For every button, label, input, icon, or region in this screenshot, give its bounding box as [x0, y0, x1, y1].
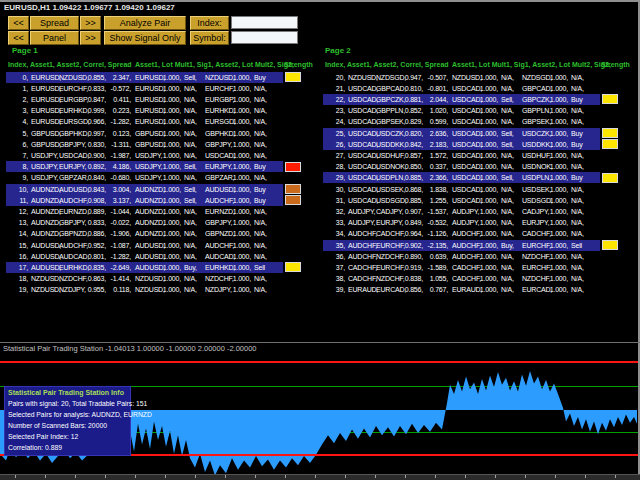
subwindow-separator[interactable]	[0, 342, 640, 343]
cell-a1: AUDNZD,	[31, 195, 61, 206]
pair-row[interactable]: 15,AUDUSD,AUDCHF,0.952,-1.087,AUDUSD,1.0…	[8, 240, 320, 251]
cell-idx: 22,	[325, 94, 345, 105]
cell-spread: -2.649,	[99, 262, 131, 273]
cell-sig1: N/A,	[501, 284, 514, 295]
pair-row[interactable]: 38,CADCHF,NZDCHF,0.838,1.055,CADCHF,1.00…	[325, 273, 637, 284]
pair-row[interactable]: 25,USDCAD,USDCZK,0.820,2.636,USDCAD,1.00…	[325, 128, 637, 139]
page1-header-right: Asset1, Lot Mult1, Sig1, Asset2, Lot Mul…	[135, 61, 294, 68]
cell-sig2: N/A,	[254, 240, 267, 251]
pair-row[interactable]: 22,USDCAD,GBPCZK,0.881,2.044,USDCAD,1.00…	[325, 94, 637, 105]
pair-row[interactable]: 32,AUDJPY,CADJPY,0.907,-1.537,AUDJPY,1.0…	[325, 206, 637, 217]
cell-sig1: Sell,	[501, 139, 514, 150]
pair-row[interactable]: 20,NZDUSD,NZDSGD,0.947,-0.507,NZDUSD,1.0…	[325, 72, 637, 83]
pair-row[interactable]: 7,USDJPY,USDCAD,0.900,-1.987,USDJPY,1.00…	[8, 150, 320, 161]
pair-row[interactable]: 10,AUDNZD,AUDUSD,0.843,3.004,AUDNZD,1.00…	[8, 184, 320, 195]
cell-a1: USDCAD,	[348, 195, 378, 206]
cell-spread: 3.137,	[99, 195, 131, 206]
spread-prev-button[interactable]: <<	[8, 16, 29, 30]
cell-lm1: 1.000,	[151, 284, 181, 295]
cell-lm2: 1.000,	[538, 217, 568, 228]
cell-sig2: N/A,	[254, 251, 267, 262]
pair-row[interactable]: 21,USDCAD,GBPCAD,0.810,-0.801,USDCAD,1.0…	[325, 83, 637, 94]
cell-a1: AUDNZD,	[31, 206, 61, 217]
cell-lm1: 1.000,	[468, 161, 498, 172]
pair-row[interactable]: 17,AUDUSD,EURHKD,0.835,-2.649,AUDUSD,1.0…	[8, 262, 320, 273]
pair-row[interactable]: 39,EURAUD,EURCAD,0.856,0.767,EURAUD,1.00…	[325, 284, 637, 295]
pair-row[interactable]: 16,AUDUSD,AUDCAD,0.801,-1.282,AUDUSD,1.0…	[8, 251, 320, 262]
panel-button[interactable]: Panel	[30, 31, 79, 45]
cell-lm1: 1.000,	[468, 251, 498, 262]
pair-row[interactable]: 35,AUDCHF,EURCHF,0.902,-2.135,AUDCHF,1.0…	[325, 240, 637, 251]
panel-next-button[interactable]: >>	[80, 31, 101, 45]
pair-row[interactable]: 14,AUDNZD,GBPNZD,0.886,-1.906,AUDNZD,1.0…	[8, 228, 320, 239]
cell-lm2: 1.000,	[221, 161, 251, 172]
pair-row[interactable]: 29,USDCAD,USDPLN,0.885,2.366,USDCAD,1.00…	[325, 172, 637, 183]
cell-spread: -1.414,	[99, 273, 131, 284]
pair-row[interactable]: 19,NZDUSD,NZDJPY,0.955,0.118,NZDUSD,1.00…	[8, 284, 320, 295]
pair-row[interactable]: 28,USDCAD,USDNOK,0.850,0.337,USDCAD,1.00…	[325, 161, 637, 172]
panel-prev-button[interactable]: <<	[8, 31, 29, 45]
cell-sig2: N/A,	[254, 116, 267, 127]
page2-label: Page 2	[325, 46, 351, 55]
analyze-pair-button[interactable]: Analyze Pair	[104, 16, 186, 30]
cell-spread: 0.337,	[416, 161, 448, 172]
cell-lm1: 1.000,	[468, 217, 498, 228]
pair-row[interactable]: 1,EURUSD,EURCHF,0.833,-0.572,EURUSD,1.00…	[8, 83, 320, 94]
spread-button[interactable]: Spread	[30, 16, 79, 30]
symbol-label-button[interactable]: Symbol:	[190, 31, 229, 45]
pair-row[interactable]: 24,USDCAD,GBPSEK,0.829,0.599,USDCAD,1.00…	[325, 116, 637, 127]
symbol-input[interactable]	[231, 31, 298, 44]
cell-spread: -1.589,	[416, 262, 448, 273]
pair-row[interactable]: 8,USDJPY,EURJPY,0.892,4.186,USDJPY,1.000…	[8, 161, 320, 172]
page1-header-left: Index, Asset1, Asset2, Correl, Spread	[8, 61, 132, 68]
cell-idx: 28,	[325, 161, 345, 172]
cell-spread: 0.411,	[99, 94, 131, 105]
index-label-button[interactable]: Index:	[190, 16, 229, 30]
time-axis[interactable]	[0, 474, 640, 480]
cell-sig1: N/A,	[501, 105, 514, 116]
spread-next-button[interactable]: >>	[80, 16, 101, 30]
cell-sig2: N/A,	[571, 273, 584, 284]
pair-row[interactable]: 4,EURUSD,EURSGD,0.966,-1.282,EURUSD,1.00…	[8, 116, 320, 127]
index-input[interactable]	[231, 16, 298, 29]
cell-idx: 0,	[8, 72, 28, 83]
pair-row[interactable]: 9,USDJPY,GBPZAR,0.840,-0.680,USDJPY,1.00…	[8, 172, 320, 183]
cell-lm2: 1.000,	[221, 262, 251, 273]
cell-sig1: Buy,	[501, 240, 514, 251]
pair-row[interactable]: 2,EURUSD,EURGBP,0.847,0.411,EURUSD,1.000…	[8, 94, 320, 105]
show-signal-only-button[interactable]: Show Signal Only	[104, 31, 186, 45]
pair-row[interactable]: 6,GBPUSD,GBPJPY,0.830,-1.311,GBPUSD,1.00…	[8, 139, 320, 150]
pair-row[interactable]: 23,USDCAD,GBPPLN,0.852,1.020,USDCAD,1.00…	[325, 105, 637, 116]
cell-a1: EURUSD,	[31, 72, 61, 83]
pair-row[interactable]: 37,CADCHF,EURCHF,0.919,-1.589,CADCHF,1.0…	[325, 262, 637, 273]
cell-spread: -1.311,	[99, 139, 131, 150]
pair-row[interactable]: 26,USDCAD,USDDKK,0.842,2.183,USDCAD,1.00…	[325, 139, 637, 150]
pair-row[interactable]: 33,AUDJPY,EURJPY,0.849,-0.532,AUDJPY,1.0…	[325, 217, 637, 228]
pair-row[interactable]: 5,GBPUSD,GBPHKD,0.997,0.123,GBPUSD,1.000…	[8, 128, 320, 139]
cell-sig1: Sell,	[184, 195, 197, 206]
cell-idx: 3,	[8, 105, 28, 116]
pair-row[interactable]: 13,AUDNZD,GBPJPY,0.833,-0.022,AUDNZD,1.0…	[8, 217, 320, 228]
pair-row[interactable]: 31,USDCAD,USDSGD,0.885,1.255,USDCAD,1.00…	[325, 195, 637, 206]
pair-row[interactable]: 3,EURUSD,EURHKD,0.999,0.223,EURUSD,1.000…	[8, 105, 320, 116]
pair-row[interactable]: 34,AUDCHF,CADCHF,0.964,-1.126,AUDCHF,1.0…	[325, 228, 637, 239]
info-line-selected: Selected Pairs for analysis: AUDNZD, EUR…	[8, 411, 152, 418]
cell-lm1: 1.000,	[151, 195, 181, 206]
info-line-signals: Pairs with signal: 20, Total Tradable Pa…	[8, 400, 147, 407]
time-axis-tick	[15, 475, 16, 478]
cell-spread: -0.680,	[99, 172, 131, 183]
pair-row[interactable]: 36,AUDCHF,NZDCHF,0.890,0.639,AUDCHF,1.00…	[325, 251, 637, 262]
cell-a1: AUDUSD,	[31, 262, 61, 273]
cell-sig1: N/A,	[501, 195, 514, 206]
cell-idx: 5,	[8, 128, 28, 139]
pair-row[interactable]: 11,AUDNZD,AUDCHF,0.908,3.137,AUDNZD,1.00…	[8, 195, 320, 206]
pair-row[interactable]: 12,AUDNZD,EURNZD,0.889,-1.044,AUDNZD,1.0…	[8, 206, 320, 217]
cell-idx: 23,	[325, 105, 345, 116]
cell-lm2: 1.000,	[538, 284, 568, 295]
pair-row[interactable]: 0,EURUSD,NZDUSD,0.855,2.347,EURUSD,1.000…	[8, 72, 320, 83]
pair-row[interactable]: 18,NZDUSD,NZDCHF,0.863,-1.414,NZDUSD,1.0…	[8, 273, 320, 284]
cell-idx: 9,	[8, 172, 28, 183]
cell-spread: 0.599,	[416, 116, 448, 127]
pair-row[interactable]: 30,USDCAD,USDSEK,0.868,1.838,USDCAD,1.00…	[325, 184, 637, 195]
pair-row[interactable]: 27,USDCAD,USDHUF,0.857,1.572,USDCAD,1.00…	[325, 150, 637, 161]
